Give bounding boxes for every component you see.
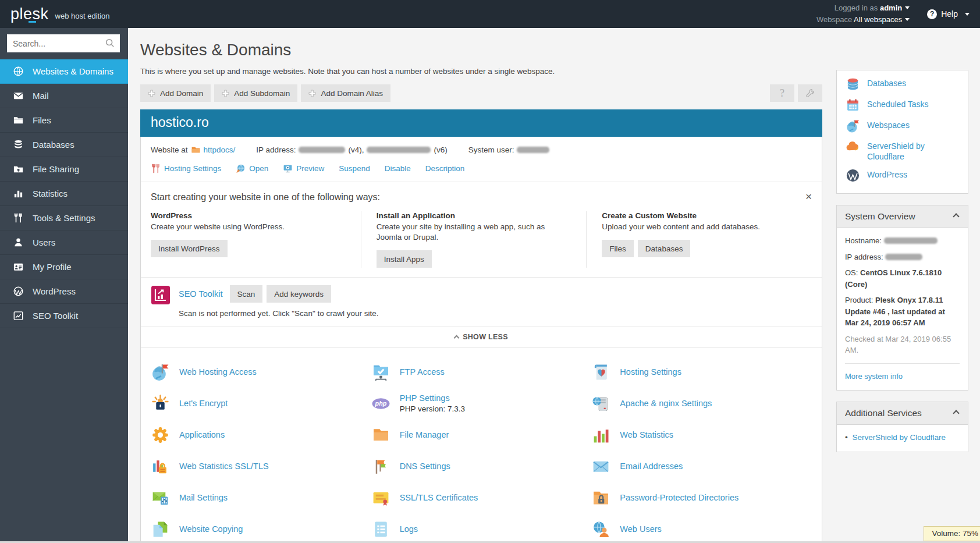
rail-link-webspaces[interactable]: Webspaces	[846, 120, 959, 133]
action-open[interactable]: Open	[236, 164, 268, 173]
help-label: Help	[941, 9, 958, 19]
button-add-subdomain[interactable]: Add Subdomain	[214, 84, 297, 102]
grid-item-link[interactable]: Web Statistics	[620, 430, 673, 439]
action-description[interactable]: Description	[425, 164, 465, 173]
grid-item-link[interactable]: Website Copying	[179, 524, 243, 534]
button-install-wordpress[interactable]: Install WordPress	[151, 240, 228, 257]
rail-link-servershield-by-cloudflare[interactable]: ServerShield by Cloudflare	[846, 141, 959, 162]
button-add-keywords[interactable]: Add keywords	[267, 285, 331, 303]
sidebar-item-users[interactable]: Users	[0, 230, 128, 255]
nav-share-icon	[13, 164, 24, 175]
globe-flag-icon[interactable]	[151, 363, 170, 382]
grid-item-link[interactable]: Let's Encrypt	[179, 399, 228, 408]
php-icon[interactable]: php	[371, 394, 390, 413]
chevron-down-icon	[905, 18, 910, 21]
dns-flags-icon[interactable]	[371, 457, 390, 476]
button-databases[interactable]: Databases	[638, 240, 691, 257]
os-value: CentOS Linux 7.6.1810 (Core)	[845, 268, 942, 289]
button-add-domain[interactable]: Add Domain	[140, 84, 211, 102]
grid-item-link[interactable]: Apache & nginx Settings	[620, 399, 712, 408]
grid-item-link[interactable]: DNS Settings	[400, 462, 450, 471]
sidebar-item-tools-settings[interactable]: Tools & Settings	[0, 206, 128, 230]
chevron-up-icon[interactable]	[953, 213, 959, 219]
page-title: Websites & Domains	[140, 41, 980, 59]
user-menu[interactable]: admin	[880, 3, 910, 12]
rail-link-scheduled-tasks[interactable]: Scheduled Tasks	[846, 100, 959, 112]
folder-orange-icon[interactable]	[371, 425, 390, 445]
httpdocs-link[interactable]: httpdocs/	[204, 145, 236, 154]
grid-item-link[interactable]: Web Users	[620, 524, 661, 534]
chevron-down-icon	[905, 6, 910, 9]
seo-toolkit-icon	[151, 285, 171, 305]
grid-item-let-s-encrypt: Let's Encrypt	[151, 389, 371, 418]
plesk-logo[interactable]: plesk	[10, 5, 49, 23]
apache-nginx-icon[interactable]	[591, 394, 610, 413]
ftp-folder-icon[interactable]	[371, 363, 390, 382]
grid-item-link[interactable]: Web Hosting Access	[179, 367, 257, 377]
seo-toolkit-link[interactable]: SEO Toolkit	[179, 289, 223, 299]
customize-button[interactable]	[798, 84, 822, 102]
sidebar-item-wordpress[interactable]: WordPress	[0, 279, 128, 304]
mail-settings-icon[interactable]	[151, 488, 170, 507]
action-disable[interactable]: Disable	[385, 164, 411, 173]
nav-user-icon	[13, 237, 24, 248]
search-icon[interactable]	[105, 38, 115, 48]
action-hosting-settings[interactable]: Hosting Settings	[151, 164, 221, 173]
button-add-domain-alias[interactable]: Add Domain Alias	[301, 84, 390, 102]
calendar-icon	[846, 98, 860, 112]
sidebar-item-seo-toolkit[interactable]: SEO Toolkit	[0, 304, 128, 328]
plus-icon	[148, 90, 155, 97]
chevron-up-icon[interactable]	[953, 410, 959, 416]
system-overview-panel: System Overview Hostname: IP address: OS…	[836, 205, 968, 391]
grid-item-link[interactable]: Hosting Settings	[620, 367, 681, 377]
help-icon: ?	[927, 9, 937, 19]
action-preview[interactable]: Preview	[283, 164, 324, 173]
rail-link-wordpress[interactable]: WordPress	[846, 170, 959, 183]
close-icon[interactable]: ×	[805, 192, 812, 201]
gear-icon[interactable]	[151, 425, 170, 445]
button-files[interactable]: Files	[602, 240, 634, 257]
certificate-icon[interactable]	[371, 488, 390, 507]
grid-item-email-addresses: Email Addresses	[591, 452, 812, 481]
button-install-apps[interactable]: Install Apps	[377, 250, 432, 268]
nav-globe-icon	[13, 66, 24, 77]
lets-encrypt-icon[interactable]	[151, 394, 170, 413]
hosting-scroll-icon[interactable]	[591, 363, 610, 382]
sidebar-item-mail[interactable]: Mail	[0, 84, 128, 108]
sidebar-item-files[interactable]: Files	[0, 108, 128, 133]
sidebar-item-databases[interactable]: Databases	[0, 133, 128, 157]
grid-item-link[interactable]: Password-Protected Directories	[620, 493, 738, 502]
sidebar-item-file-sharing[interactable]: File Sharing	[0, 157, 128, 182]
web-users-icon[interactable]	[591, 520, 610, 539]
protected-folder-icon[interactable]	[591, 488, 610, 507]
grid-item-link[interactable]: PHP Settings	[400, 393, 465, 403]
show-less-toggle[interactable]: SHOW LESS	[141, 327, 822, 347]
grid-item-link[interactable]: File Manager	[400, 430, 449, 439]
more-system-info-link[interactable]: More system info	[845, 372, 903, 381]
grid-item-web-users: Web Users	[591, 514, 812, 543]
sidebar-item-websites-domains[interactable]: Websites & Domains	[0, 59, 128, 84]
grid-item-link[interactable]: Mail Settings	[179, 493, 228, 502]
grid-item-link[interactable]: Logs	[400, 524, 418, 534]
copy-pages-icon[interactable]	[151, 520, 170, 539]
help-menu[interactable]: ? Help	[927, 9, 970, 19]
help-button[interactable]: ?	[770, 84, 794, 102]
promo-option-wordpress: WordPress Create your website using Word…	[151, 211, 361, 268]
grid-item-link[interactable]: Email Addresses	[620, 462, 683, 471]
sidebar-item-statistics[interactable]: Statistics	[0, 182, 128, 206]
logs-icon[interactable]	[371, 520, 390, 539]
nav-wordpress-icon	[13, 286, 24, 297]
grid-item-link[interactable]: FTP Access	[400, 367, 445, 377]
action-suspend[interactable]: Suspend	[339, 164, 370, 173]
envelope-icon[interactable]	[591, 457, 610, 476]
grid-item-link[interactable]: SSL/TLS Certificates	[400, 493, 478, 502]
bar-chart-icon[interactable]	[591, 425, 610, 445]
stats-lock-icon[interactable]	[151, 457, 170, 476]
webspace-selector[interactable]: All webspaces	[854, 15, 910, 24]
search-input[interactable]	[7, 34, 120, 52]
rail-link-databases[interactable]: Databases	[846, 79, 959, 91]
grid-item-link[interactable]: Applications	[179, 430, 225, 439]
sidebar-item-my-profile[interactable]: My Profile	[0, 255, 128, 279]
button-scan[interactable]: Scan	[230, 285, 263, 303]
grid-item-link[interactable]: Web Statistics SSL/TLS	[179, 462, 269, 471]
